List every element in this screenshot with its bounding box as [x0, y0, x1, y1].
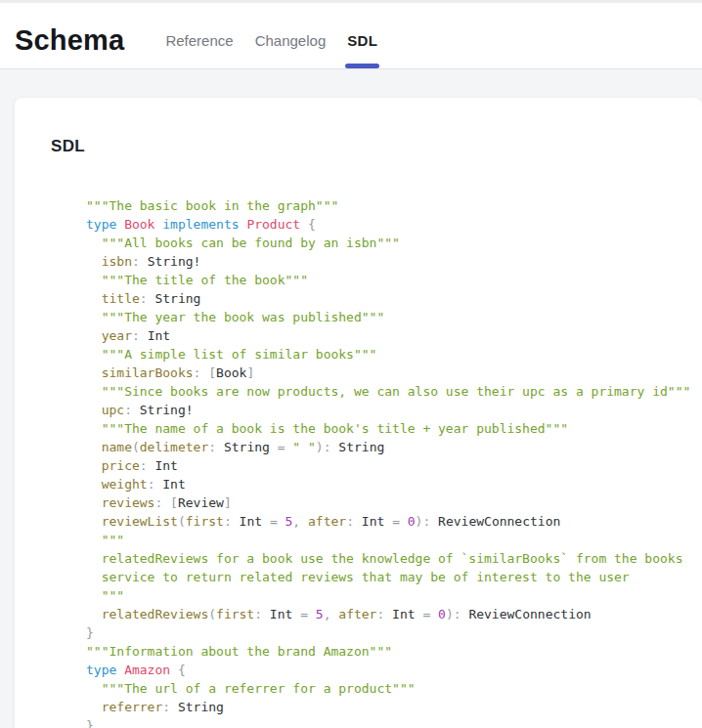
sdl-code: """The basic book in the graph"""type Bo… [86, 196, 702, 728]
schema-page-header: Schema Reference Changelog SDL [0, 3, 702, 69]
code-line: type Book implements Product { [86, 215, 702, 234]
code-line: """ [86, 586, 702, 605]
schema-tabs: Reference Changelog SDL [154, 13, 388, 68]
code-line: """A simple list of similar books""" [86, 345, 702, 364]
code-line: relatedReviews for a book use the knowle… [86, 549, 702, 568]
code-line: """Information about the brand Amazon""" [86, 642, 702, 661]
code-line: """The title of the book""" [86, 271, 702, 289]
sdl-card: SDL """The basic book in the graph"""typ… [15, 98, 702, 728]
tab-reference[interactable]: Reference [154, 13, 243, 68]
code-line: """Since books are now products, we can … [86, 382, 702, 401]
code-line: weight: Int [86, 475, 702, 493]
page-title: Schema [15, 24, 124, 57]
code-line: similarBooks: [Book] [86, 364, 702, 382]
code-line: """ [86, 531, 702, 549]
code-line: reviewList(first: Int = 5, after: Int = … [86, 512, 702, 531]
tab-changelog-label: Changelog [255, 32, 327, 49]
code-line: """The url of a referrer for a product""… [86, 679, 702, 698]
code-line: name(delimeter: String = " "): String [86, 438, 702, 456]
page-body: SDL """The basic book in the graph"""typ… [0, 69, 702, 728]
code-line: price: Int [86, 456, 702, 475]
tab-changelog[interactable]: Changelog [244, 13, 337, 68]
code-line: """The basic book in the graph""" [86, 196, 702, 215]
code-line: """The name of a book is the book's titl… [86, 419, 702, 438]
tab-sdl-label: SDL [347, 32, 377, 49]
code-line: isbn: String! [86, 252, 702, 271]
code-line: reviews: [Review] [86, 493, 702, 512]
tab-reference-label: Reference [165, 32, 233, 49]
code-line: """All books can be found by an isbn""" [86, 234, 702, 252]
tab-sdl[interactable]: SDL [336, 13, 388, 68]
sdl-card-heading: SDL [51, 137, 702, 156]
code-line: } [86, 623, 702, 642]
code-line: service to return related reviews that m… [86, 568, 702, 586]
code-line: upc: String! [86, 401, 702, 419]
code-line: year: Int [86, 326, 702, 345]
active-tab-indicator [345, 64, 379, 68]
code-line: } [86, 716, 702, 728]
code-line: relatedReviews(first: Int = 5, after: In… [86, 605, 702, 623]
code-line: """The year the book was published""" [86, 308, 702, 326]
code-line: type Amazon { [86, 661, 702, 679]
code-line: title: String [86, 289, 702, 308]
code-line: referrer: String [86, 698, 702, 716]
